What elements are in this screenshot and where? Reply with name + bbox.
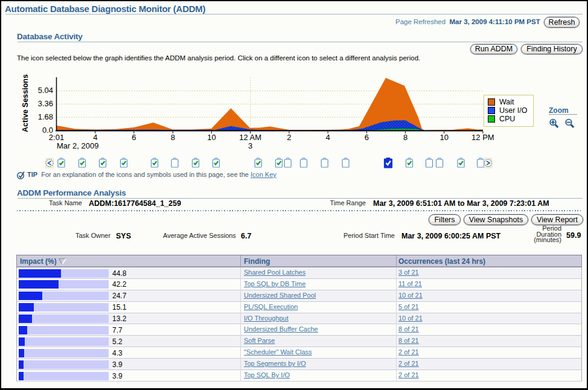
svg-text:3: 3 bbox=[248, 141, 252, 150]
svg-text:8: 8 bbox=[171, 133, 175, 142]
svg-text:2: 2 bbox=[287, 133, 291, 142]
svg-text:Active Sessions: Active Sessions bbox=[21, 74, 30, 132]
svg-text:3.36: 3.36 bbox=[38, 99, 53, 108]
svg-text:4: 4 bbox=[325, 133, 330, 142]
svg-text:10: 10 bbox=[207, 133, 216, 142]
svg-text:5.04: 5.04 bbox=[38, 86, 53, 95]
svg-text:6: 6 bbox=[132, 133, 136, 142]
svg-text:1.68: 1.68 bbox=[38, 112, 53, 121]
svg-text:8: 8 bbox=[403, 133, 407, 142]
svg-text:12 PM: 12 PM bbox=[471, 133, 494, 142]
svg-text:6: 6 bbox=[365, 133, 369, 142]
svg-text:Mar 2, 2009: Mar 2, 2009 bbox=[57, 141, 98, 150]
svg-text:10: 10 bbox=[439, 133, 448, 142]
